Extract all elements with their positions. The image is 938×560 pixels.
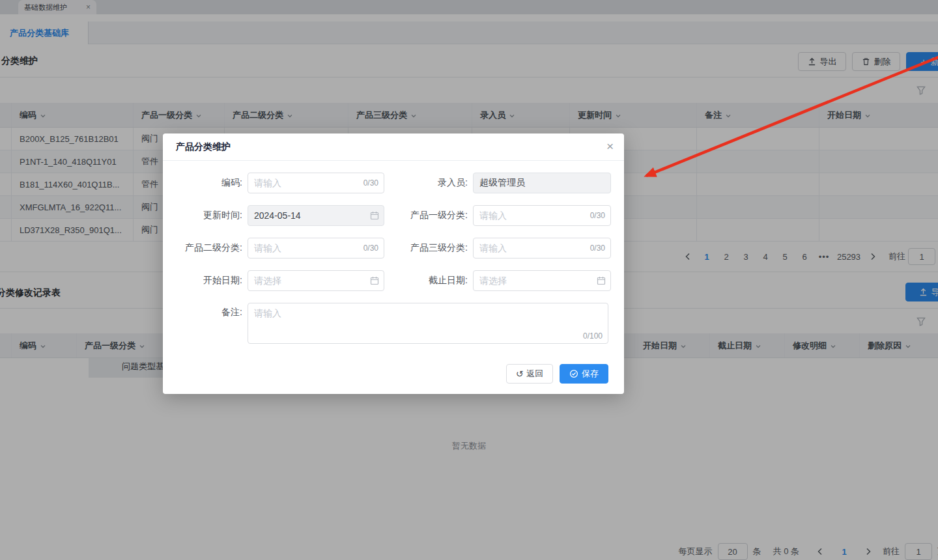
form-row: 更新时间: 产品一级分类: 0/30 (163, 205, 611, 226)
form-row: 编码: 0/30 录入员: (163, 173, 611, 193)
update-time-field (248, 205, 384, 226)
level2-field: 0/30 (248, 238, 384, 259)
remark-textarea[interactable] (248, 303, 608, 344)
char-counter: 0/100 (583, 331, 603, 341)
code-field: 0/30 (248, 173, 384, 193)
calendar-icon (597, 276, 606, 285)
dialog-title: 产品分类维护 (176, 141, 231, 153)
dialog-header: 产品分类维护 × (163, 133, 624, 161)
level2-label: 产品二级分类: (163, 242, 242, 254)
remark-field: 0/100 (248, 303, 608, 344)
char-counter: 0/30 (363, 238, 378, 259)
start-date-field (248, 270, 384, 291)
start-date-label: 开始日期: (163, 275, 242, 287)
recorder-label: 录入员: (384, 177, 468, 189)
refresh-icon: ↺ (516, 369, 524, 378)
char-counter: 0/30 (590, 205, 605, 226)
start-date-input[interactable] (248, 270, 384, 291)
level3-label: 产品三级分类: (384, 242, 468, 254)
char-counter: 0/30 (363, 173, 378, 193)
char-counter: 0/30 (590, 238, 605, 259)
end-date-input[interactable] (473, 270, 611, 291)
recorder-input (473, 173, 611, 193)
save-button[interactable]: 保存 (560, 364, 608, 384)
end-date-field (473, 270, 611, 291)
form-row: 开始日期: 截止日期: (163, 270, 611, 291)
recorder-field (473, 173, 611, 193)
app-screen: 基础数据维护 × 产品分类基础库 问题类型基础库 分类维护 导出 删除 + 新增… (0, 0, 938, 560)
calendar-icon (370, 276, 379, 285)
back-button[interactable]: ↺ 返回 (506, 364, 553, 384)
update-time-input (248, 205, 384, 226)
level3-field: 0/30 (473, 238, 611, 259)
product-category-dialog: 产品分类维护 × 编码: 0/30 录入员: 更新时间: 产品一级分类: (163, 133, 624, 394)
level1-field: 0/30 (473, 205, 611, 226)
back-label: 返回 (526, 368, 543, 380)
check-circle-icon (569, 369, 578, 378)
form-row: 产品二级分类: 0/30 产品三级分类: 0/30 (163, 238, 611, 259)
update-time-label: 更新时间: (163, 210, 242, 221)
remark-label: 备注: (163, 307, 242, 318)
save-label: 保存 (582, 368, 599, 380)
close-icon[interactable]: × (606, 140, 614, 152)
end-date-label: 截止日期: (384, 275, 468, 287)
calendar-icon (370, 211, 379, 220)
code-label: 编码: (163, 177, 242, 189)
level1-label: 产品一级分类: (384, 210, 468, 221)
